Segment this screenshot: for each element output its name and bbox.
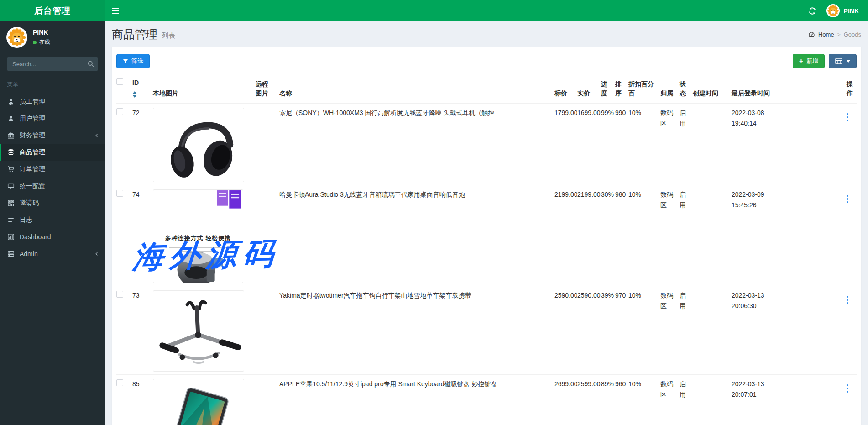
cell-name: APPLE苹果10.5/11/12.9英寸ipad pro专用 Smart Ke… [279, 375, 554, 425]
cell-action [847, 375, 857, 425]
cell-last-login: 2022-03-13 20:07:01 [732, 375, 782, 425]
cell-discount: 10% [628, 185, 660, 286]
qrcode-icon [7, 199, 15, 207]
cell-last-login: 2022-03-08 19:40:14 [732, 104, 782, 185]
cell-status: 启用 [680, 104, 693, 185]
cell-sort: 990 [615, 104, 628, 185]
sidebar-toggle-button[interactable] [105, 0, 126, 21]
cell-sort: 980 [615, 185, 628, 286]
cell-local-image [153, 375, 256, 425]
brand-logo[interactable]: 后台管理 [0, 0, 105, 21]
sidebar-item-finance[interactable]: 财务管理 [0, 127, 105, 144]
cell-list-price: 2590.00 [554, 286, 577, 375]
cell-last-login: 2022-03-09 15:45:26 [732, 185, 782, 286]
cell-local-image [153, 104, 256, 185]
navbar-user-menu[interactable]: PINK [826, 4, 859, 17]
add-button[interactable]: + 新增 [793, 54, 825, 68]
table-row: 85 [116, 375, 857, 425]
bar-chart-icon [7, 233, 15, 241]
speaker-image-caption: 多种连接方式 轻松便携 [153, 234, 243, 243]
row-actions-icon[interactable] [847, 113, 848, 121]
sidebar: PINK 在线 菜单 员工管理 用户管理 [0, 21, 105, 425]
breadcrumb-current: Goods [844, 31, 861, 38]
caret-down-icon [847, 60, 850, 63]
cell-created-at [693, 375, 732, 425]
table-row: 72 [116, 104, 857, 185]
row-checkbox[interactable] [116, 291, 123, 298]
cell-local-image [153, 286, 256, 375]
sidebar-item-staff[interactable]: 员工管理 [0, 93, 105, 110]
sidebar-item-invite-code[interactable]: 邀请码 [0, 194, 105, 211]
cell-local-image: 多种连接方式 轻松便携 [153, 185, 256, 286]
sony-headphones-photo [153, 108, 244, 182]
filter-button[interactable]: 筛选 [116, 54, 150, 68]
cell-remote-image [256, 185, 279, 286]
cell-spacer [782, 185, 847, 286]
sidebar-item-dashboard[interactable]: Dashboard [0, 228, 105, 245]
bank-icon [7, 132, 15, 139]
cell-spacer [782, 104, 847, 185]
cell-discount: 10% [628, 286, 660, 375]
page-subtitle: 列表 [162, 29, 175, 40]
page-title: 商品管理 [112, 27, 157, 42]
table-row: 74 [116, 185, 857, 286]
cell-real-price: 1699.00 [577, 104, 601, 185]
cell-last-login: 2022-03-13 20:06:30 [732, 286, 782, 375]
cell-name: Yakima定时器twotimer汽车拖车钩自行车架山地雪地单车架车载携带 [279, 286, 554, 375]
header-real-price: 实价 [577, 74, 601, 104]
sidebar-item-users[interactable]: 用户管理 [0, 110, 105, 127]
sidebar-item-logs[interactable]: 日志 [0, 211, 105, 228]
row-checkbox[interactable] [116, 379, 123, 386]
sidebar-username: PINK [33, 29, 50, 36]
header-status: 状态 [680, 74, 693, 104]
sidebar-item-admin[interactable]: Admin [0, 245, 105, 262]
menu-header: 菜单 [0, 75, 105, 93]
cell-action [847, 185, 857, 286]
goods-table: ID 本地图片 远程图片 名称 标价 实价 进度 排序 折扣百分百 归属 状态 … [116, 74, 857, 425]
cell-real-price: 2199.00 [577, 185, 601, 286]
row-actions-icon[interactable] [847, 195, 848, 203]
sidebar-menu: 员工管理 用户管理 财务管理 商品管理 订 [0, 93, 105, 262]
search-icon[interactable] [87, 60, 94, 68]
cell-sort: 960 [615, 375, 628, 425]
log-lines-icon [7, 216, 15, 224]
cell-real-price: 2590.00 [577, 286, 601, 375]
navbar-body: PINK [105, 0, 868, 21]
select-all-checkbox[interactable] [116, 78, 123, 85]
cell-remote-image [256, 375, 279, 425]
header-spacer [782, 74, 847, 104]
user-icon [7, 115, 15, 122]
row-actions-icon[interactable] [847, 296, 848, 304]
columns-dropdown-button[interactable] [829, 54, 857, 68]
row-checkbox[interactable] [116, 108, 123, 115]
breadcrumb-separator: > [837, 31, 841, 38]
breadcrumb: Home > Goods [808, 31, 861, 38]
online-dot-icon [33, 41, 37, 44]
table-toolbar: 筛选 + 新增 [112, 47, 861, 74]
image-caption-line [179, 251, 217, 252]
cell-progress: 30% [601, 185, 615, 286]
toolbar-right: + 新增 [793, 54, 857, 68]
sidebar-item-orders[interactable]: 订单管理 [0, 161, 105, 178]
header-list-price: 标价 [554, 74, 577, 104]
cell-created-at [693, 286, 732, 375]
sidebar-item-config[interactable]: 统一配置 [0, 178, 105, 194]
cell-list-price: 2199.00 [554, 185, 577, 286]
sort-control-icon[interactable] [132, 91, 137, 98]
content-header: 商品管理 列表 Home > Goods [105, 21, 868, 47]
breadcrumb-home-link[interactable]: Home [818, 31, 834, 38]
server-icon [7, 250, 15, 257]
table-row: 73 [116, 286, 857, 375]
cell-created-at [693, 104, 732, 185]
monitor-icon [7, 183, 15, 190]
row-checkbox[interactable] [116, 190, 123, 197]
ipad-pro-keyboard-photo [153, 379, 244, 425]
refresh-icon[interactable] [808, 7, 816, 15]
search-input[interactable] [7, 57, 98, 71]
cell-spacer [782, 375, 847, 425]
header-name: 名称 [279, 74, 554, 104]
row-actions-icon[interactable] [847, 384, 848, 393]
navbar-username: PINK [844, 7, 859, 15]
cell-action [847, 104, 857, 185]
sidebar-item-goods[interactable]: 商品管理 [0, 144, 105, 161]
